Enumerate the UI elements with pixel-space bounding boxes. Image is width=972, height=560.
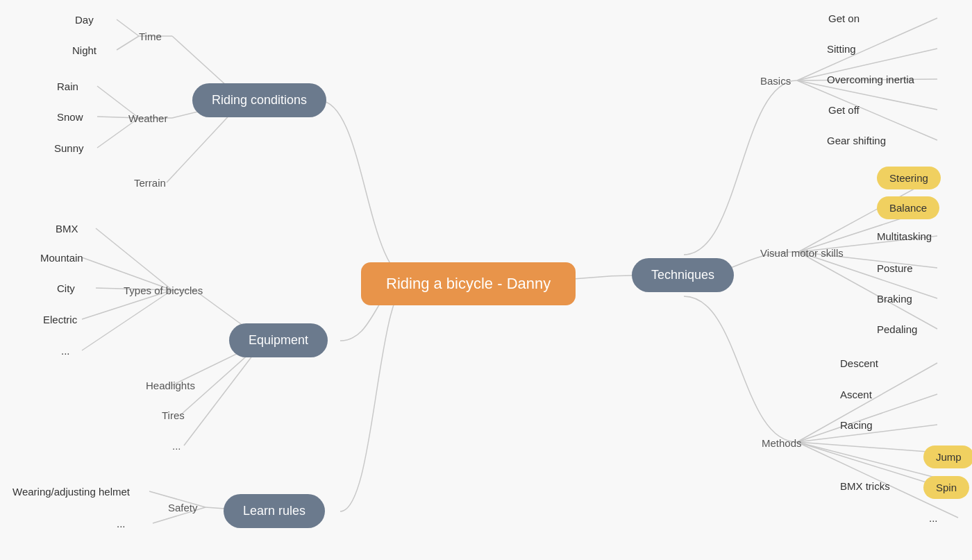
- etc2-branch: ...: [172, 440, 181, 452]
- weather-branch: Weather: [128, 112, 167, 124]
- day-leaf: Day: [75, 14, 94, 26]
- svg-line-23: [797, 18, 937, 80]
- bmx-tricks-leaf: BMX tricks: [840, 480, 890, 492]
- etc1-leaf: ...: [61, 345, 70, 357]
- time-branch: Time: [139, 31, 162, 42]
- equipment-label: Equipment: [249, 333, 308, 347]
- terrain-branch: Terrain: [134, 177, 166, 189]
- svg-line-35: [797, 394, 937, 442]
- rain-leaf: Rain: [57, 80, 78, 92]
- bmx-leaf: BMX: [56, 223, 78, 235]
- techniques-node[interactable]: Techniques: [632, 258, 734, 292]
- central-node[interactable]: Riding a bicycle - Danny: [361, 262, 576, 305]
- snow-leaf: Snow: [57, 111, 83, 123]
- svg-line-12: [96, 228, 172, 290]
- visual-motor-branch: Visual motor skills: [760, 247, 844, 259]
- jump-leaf: Jump: [923, 446, 972, 468]
- sunny-leaf: Sunny: [54, 142, 84, 154]
- riding-conditions-label: Riding conditions: [212, 93, 307, 107]
- mountain-leaf: Mountain: [40, 252, 83, 264]
- svg-line-38: [797, 442, 937, 486]
- svg-line-16: [82, 290, 172, 350]
- braking-leaf: Braking: [877, 293, 912, 305]
- helmet-leaf: Wearing/adjusting helmet: [12, 486, 130, 498]
- riding-conditions-node[interactable]: Riding conditions: [192, 83, 326, 117]
- svg-line-2: [117, 19, 139, 36]
- get-on-leaf: Get on: [828, 12, 860, 24]
- svg-line-27: [797, 80, 937, 140]
- posture-leaf: Posture: [877, 262, 913, 274]
- etc4-leaf: ...: [929, 512, 938, 524]
- multitasking-leaf: Multitasking: [877, 230, 932, 242]
- types-bicycles-branch: Types of bicycles: [124, 285, 203, 296]
- equipment-node[interactable]: Equipment: [229, 323, 328, 357]
- svg-line-3: [117, 36, 139, 50]
- balance-leaf: Balance: [877, 196, 939, 219]
- headlights-branch: Headlights: [146, 380, 195, 391]
- gear-shifting-leaf: Gear shifting: [827, 135, 886, 146]
- learn-rules-label: Learn rules: [243, 504, 305, 518]
- spin-leaf: Spin: [923, 476, 969, 499]
- city-leaf: City: [57, 282, 75, 294]
- svg-line-32: [798, 252, 937, 298]
- svg-line-33: [798, 252, 937, 329]
- etc3-leaf: ...: [117, 518, 126, 529]
- basics-branch: Basics: [760, 75, 791, 87]
- techniques-label: Techniques: [651, 268, 714, 282]
- get-off-leaf: Get off: [828, 104, 860, 116]
- central-label: Riding a bicycle - Danny: [386, 275, 551, 292]
- learn-rules-node[interactable]: Learn rules: [224, 494, 325, 528]
- methods-branch: Methods: [762, 437, 802, 449]
- tires-branch: Tires: [162, 409, 185, 421]
- descent-leaf: Descent: [840, 357, 878, 369]
- pedaling-leaf: Pedaling: [877, 323, 917, 335]
- racing-leaf: Racing: [840, 419, 873, 431]
- ascent-leaf: Ascent: [840, 389, 872, 400]
- electric-leaf: Electric: [43, 314, 77, 325]
- steering-leaf: Steering: [877, 167, 941, 189]
- safety-branch: Safety: [168, 502, 198, 514]
- night-leaf: Night: [72, 44, 97, 56]
- sitting-leaf: Sitting: [827, 43, 856, 55]
- overcoming-leaf: Overcoming inertia: [827, 74, 914, 85]
